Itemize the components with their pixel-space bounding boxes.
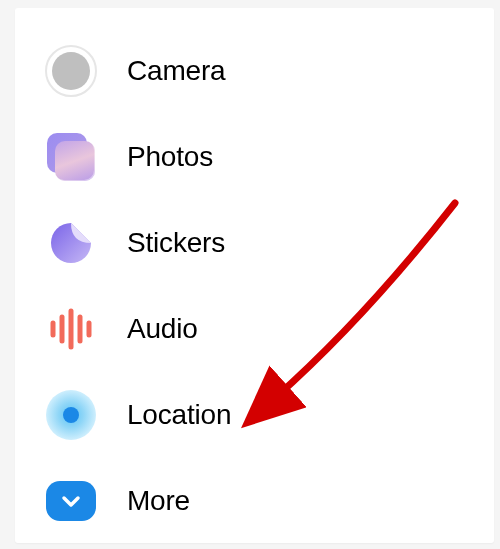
menu-item-label: Stickers [127,227,225,259]
menu-item-audio[interactable]: Audio [45,286,494,372]
menu-item-label: Photos [127,141,213,173]
photos-icon [45,131,97,183]
menu-item-label: More [127,485,190,517]
more-icon [45,475,97,527]
menu-item-photos[interactable]: Photos [45,114,494,200]
menu-item-location[interactable]: Location [45,372,494,458]
menu-item-label: Camera [127,55,225,87]
stickers-icon [45,217,97,269]
attachment-menu-panel: Camera Photos [15,8,494,543]
chevron-down-icon [59,489,83,513]
menu-item-camera[interactable]: Camera [45,28,494,114]
camera-icon [45,45,97,97]
location-icon [45,389,97,441]
menu-item-label: Audio [127,313,198,345]
menu-item-stickers[interactable]: Stickers [45,200,494,286]
attachment-menu-list: Camera Photos [15,28,494,544]
audio-icon [45,303,97,355]
menu-item-label: Location [127,399,231,431]
menu-item-more[interactable]: More [45,458,494,544]
